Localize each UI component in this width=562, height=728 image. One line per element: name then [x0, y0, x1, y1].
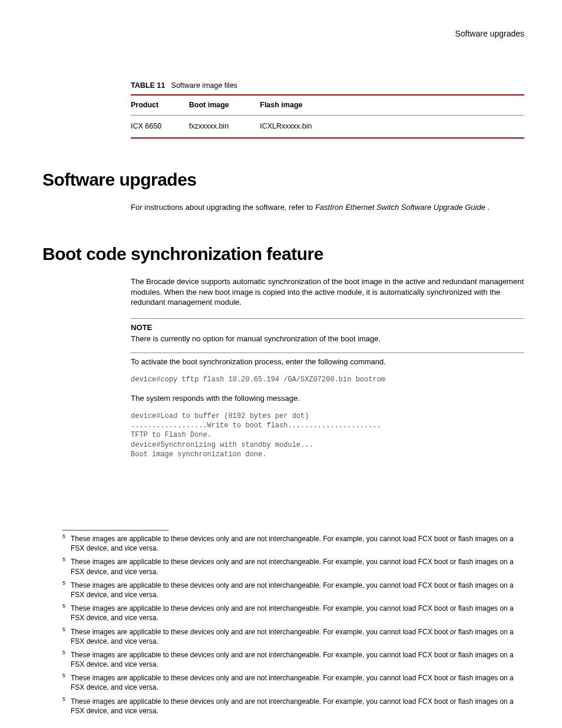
- footnote: 5These images are applicable to these de…: [62, 697, 524, 716]
- boot-sync-response: The system responds with the following m…: [131, 393, 524, 404]
- heading-software-upgrades: Software upgrades: [42, 168, 524, 192]
- footnote-number: 5: [62, 602, 71, 621]
- footnote: 5These images are applicable to these de…: [62, 604, 524, 622]
- table-block: TABLE 11 Software image files Product Bo…: [131, 81, 524, 139]
- footnote-text: These images are applicable to these dev…: [71, 557, 524, 576]
- heading-boot-code-sync: Boot code synchronization feature: [42, 242, 524, 266]
- footnote: 5These images are applicable to these de…: [62, 581, 524, 599]
- th-product: Product: [131, 95, 189, 115]
- footnote-text: These images are applicable to these dev…: [71, 581, 524, 599]
- footnote: 5These images are applicable to these de…: [62, 534, 524, 553]
- footnote-text: These images are applicable to these dev…: [71, 673, 524, 692]
- footnote: 5These images are applicable to these de…: [62, 557, 524, 576]
- text-span: For instructions about upgrading the sof…: [131, 203, 315, 212]
- th-boot-image: Boot image: [189, 95, 260, 115]
- footnote: 5These images are applicable to these de…: [62, 650, 524, 669]
- td-product: ICX 6650: [131, 115, 189, 137]
- footnote: 5These images are applicable to these de…: [62, 627, 524, 646]
- th-flash-image: Flash image: [260, 95, 347, 115]
- note-label: NOTE: [131, 322, 524, 333]
- software-upgrades-paragraph: For instructions about upgrading the sof…: [131, 202, 524, 213]
- footnote-text: These images are applicable to these dev…: [71, 697, 524, 716]
- footnote-text: These images are applicable to these dev…: [71, 627, 524, 646]
- footnote-separator: [62, 530, 168, 531]
- footnote-number: 5: [62, 556, 71, 575]
- text-span: .: [485, 203, 490, 212]
- boot-sync-intro: The Brocade device supports automatic sy…: [131, 276, 524, 308]
- table-caption-text: Software image files: [171, 81, 238, 90]
- table-row: ICX 6650 fxzxxxxx.bin ICXLRxxxxx.bin: [131, 115, 524, 137]
- divider: [131, 353, 524, 353]
- table-caption-label: TABLE 11: [131, 81, 165, 90]
- divider: [131, 318, 524, 319]
- footnote-number: 5: [62, 579, 71, 598]
- code-block-output: device#Load to buffer (8192 bytes per do…: [131, 411, 524, 459]
- table-caption: TABLE 11 Software image files: [131, 81, 524, 91]
- footnote: 5These images are applicable to these de…: [62, 673, 524, 692]
- footnote-text: These images are applicable to these dev…: [71, 534, 524, 553]
- boot-sync-activate: To activate the boot synchronization pro…: [131, 357, 524, 367]
- footnote-number: 5: [62, 649, 71, 668]
- footnote-number: 5: [62, 533, 71, 552]
- footnotes: 5These images are applicable to these de…: [62, 534, 524, 716]
- td-flash-image: ICXLRxxxxx.bin: [260, 115, 347, 137]
- footnote-text: These images are applicable to these dev…: [71, 650, 524, 669]
- footnote-number: 5: [62, 672, 71, 691]
- footnote-number: 5: [62, 626, 71, 645]
- td-boot-image: fxzxxxxx.bin: [189, 115, 260, 137]
- code-block-command: device#copy tftp flash 10.20.65.194 /GA/…: [131, 375, 524, 384]
- footnote-number: 5: [62, 696, 71, 714]
- software-image-table: Product Boot image Flash image ICX 6650 …: [131, 94, 524, 139]
- footnote-text: These images are applicable to these dev…: [71, 604, 524, 622]
- page-header-right: Software upgrades: [42, 28, 524, 39]
- note-text: There is currently no option for manual …: [131, 334, 524, 344]
- table-header-row: Product Boot image Flash image: [131, 95, 524, 115]
- text-italic: FastIron Ethernet Switch Software Upgrad…: [315, 203, 485, 212]
